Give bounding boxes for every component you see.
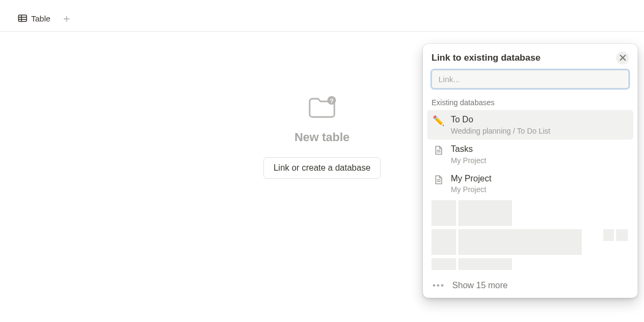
database-item-todo[interactable]: ✏️ To Do Wedding planning / To Do List xyxy=(427,110,633,140)
database-item-title: My Project xyxy=(451,173,628,185)
database-item-title: Tasks xyxy=(451,144,628,155)
popover-title: Link to existing database xyxy=(431,53,540,63)
search-wrapper xyxy=(423,70,638,95)
tab-table[interactable]: Table xyxy=(16,10,52,27)
database-item-tasks[interactable]: Tasks My Project xyxy=(427,140,633,169)
database-item-path: My Project xyxy=(451,156,628,165)
close-button[interactable] xyxy=(616,52,629,64)
svg-rect-0 xyxy=(19,15,27,21)
link-search-input[interactable] xyxy=(431,70,629,89)
add-view-button[interactable]: ＋ xyxy=(58,13,75,24)
folder-question-icon: ? xyxy=(308,96,336,122)
link-database-popover: Link to existing database Existing datab… xyxy=(423,44,638,298)
database-item-path: Wedding planning / To Do List xyxy=(451,127,628,135)
database-list: ✏️ To Do Wedding planning / To Do List T… xyxy=(423,110,638,198)
redacted-items xyxy=(423,198,638,275)
popover-header: Link to existing database xyxy=(423,52,638,70)
show-more-button[interactable]: ••• Show 15 more xyxy=(423,275,638,290)
show-more-label: Show 15 more xyxy=(452,281,508,290)
database-item-title: To Do xyxy=(451,114,628,126)
view-tabs-bar: Table ＋ xyxy=(0,5,644,32)
tab-table-label: Table xyxy=(31,14,50,23)
table-icon xyxy=(17,13,28,24)
database-item-myproject[interactable]: My Project My Project xyxy=(427,169,633,199)
ellipsis-icon: ••• xyxy=(433,281,445,290)
database-item-path: My Project xyxy=(451,185,628,194)
pencil-emoji-icon: ✏️ xyxy=(433,115,444,127)
page-icon xyxy=(433,174,444,186)
page-icon xyxy=(433,144,444,156)
link-or-create-database-button[interactable]: Link or create a database xyxy=(264,157,381,179)
existing-databases-label: Existing databases xyxy=(423,95,638,110)
svg-text:?: ? xyxy=(330,98,334,104)
close-icon xyxy=(620,53,626,63)
